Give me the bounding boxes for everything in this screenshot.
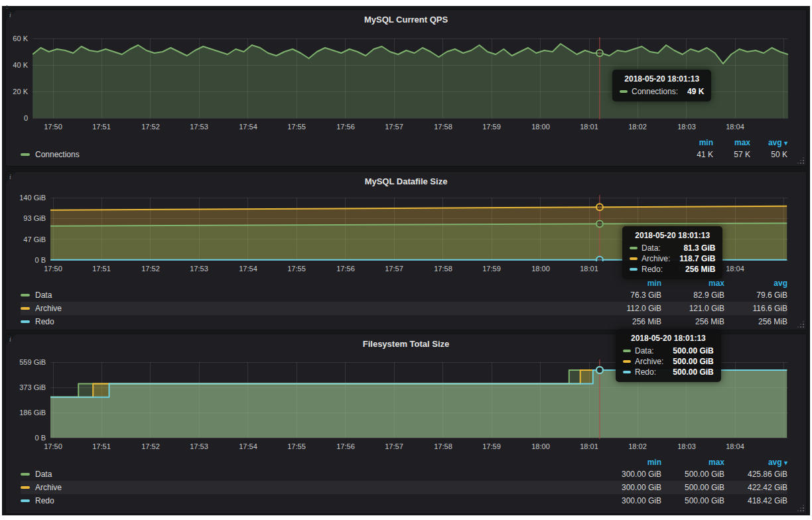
panel-title[interactable]: MySQL Datafile Size bbox=[6, 176, 806, 186]
legend-series-toggle[interactable]: Archive bbox=[21, 483, 598, 492]
tooltip-row: Data: 81.3 GiB bbox=[630, 243, 715, 253]
legend-series-toggle[interactable]: Redo bbox=[21, 496, 598, 505]
x-tick-label: 17:57 bbox=[385, 265, 403, 273]
x-tick-label: 18:00 bbox=[531, 265, 550, 273]
tooltip-series-label: Connections: bbox=[632, 87, 678, 96]
x-tick-label: 18:00 bbox=[531, 123, 550, 131]
panel-resize-handle[interactable] bbox=[803, 510, 804, 511]
legend-series-toggle[interactable]: Data bbox=[21, 291, 598, 300]
x-tick-label: 17:55 bbox=[287, 123, 306, 131]
legend-row: Connections 41 K 57 K 50 K bbox=[21, 148, 787, 161]
x-tick-label: 17:57 bbox=[385, 123, 403, 131]
series-color-swatch bbox=[623, 350, 631, 352]
x-tick-label: 17:59 bbox=[482, 442, 501, 450]
legend-avg-value: 418.42 GiB bbox=[724, 496, 787, 505]
tooltip-series-label: Archive: bbox=[642, 254, 670, 263]
tooltip-row: Redo: 500.00 GiB bbox=[623, 367, 714, 377]
x-tick-label: 17:54 bbox=[239, 442, 257, 450]
legend-series-toggle[interactable]: Connections bbox=[21, 150, 676, 159]
legend-sort-avg[interactable]: avg ▾ bbox=[724, 458, 787, 467]
series-color-swatch bbox=[21, 473, 30, 476]
legend-min-value: 112.0 GiB bbox=[598, 304, 661, 313]
x-tick-label: 17:54 bbox=[239, 123, 257, 131]
x-tick-label: 17:52 bbox=[141, 265, 160, 273]
y-tick-label: 0 B bbox=[6, 432, 46, 443]
y-axis: 140 GiB93 GiB47 GiB0 B bbox=[6, 195, 46, 261]
x-tick-label: 17:53 bbox=[190, 265, 208, 273]
x-tick-label: 17:51 bbox=[92, 265, 111, 273]
series-color-swatch bbox=[630, 247, 638, 249]
x-tick-label: 17:58 bbox=[434, 123, 452, 131]
tooltip-series-value: 81.3 GiB bbox=[674, 243, 715, 253]
panel-resize-handle[interactable] bbox=[803, 326, 804, 328]
chart-tooltip: 2018-05-20 18:01:13 Data: 81.3 GiB Archi… bbox=[622, 226, 722, 279]
legend: min max avg Data 76.3 GiB 82.9 GiB 79.6 … bbox=[21, 277, 787, 328]
x-tick-label: 18:01 bbox=[580, 442, 598, 450]
legend-max-value: 500.00 GiB bbox=[661, 470, 724, 479]
x-tick-label: 17:54 bbox=[239, 265, 257, 273]
legend-max-value: 256 MiB bbox=[661, 317, 724, 326]
hover-point-marker bbox=[596, 220, 603, 227]
tooltip-series-label: Redo: bbox=[642, 265, 663, 274]
panel-title[interactable]: MySQL Current QPS bbox=[6, 15, 806, 25]
series-color-swatch bbox=[21, 307, 30, 310]
tooltip-series-label: Redo: bbox=[635, 367, 656, 377]
legend-sort-avg[interactable]: avg bbox=[724, 279, 787, 288]
hover-point-marker bbox=[596, 367, 603, 373]
tooltip-row: Archive: 500.00 GiB bbox=[623, 357, 714, 366]
series-color-swatch bbox=[623, 371, 631, 373]
x-tick-label: 17:58 bbox=[434, 442, 452, 450]
chart-tooltip: 2018-05-20 18:01:13 Connections: 49 K bbox=[612, 70, 711, 101]
x-tick-label: 17:59 bbox=[482, 265, 501, 273]
series-color-swatch bbox=[630, 268, 638, 271]
legend-max-value: 57 K bbox=[713, 150, 750, 159]
legend-sort-avg[interactable]: avg ▾ bbox=[750, 138, 787, 147]
x-tick-label: 17:57 bbox=[385, 442, 403, 450]
grafana-dashboard: ⋮ i MySQL Current QPS 60 K40 K20 K0 17:5… bbox=[2, 6, 810, 515]
x-tick-label: 18:02 bbox=[628, 123, 647, 131]
chart-tooltip: 2018-05-20 18:01:13 Data: 500.00 GiB Arc… bbox=[616, 329, 721, 382]
legend: min max avg ▾ Data 300.00 GiB 500.00 GiB… bbox=[21, 456, 787, 507]
x-tick-label: 17:55 bbox=[287, 442, 306, 450]
legend-sort-max[interactable]: max bbox=[661, 458, 724, 467]
legend-sort-min[interactable]: min bbox=[598, 458, 661, 467]
tooltip-series-label: Data: bbox=[635, 346, 654, 356]
legend-sort-max[interactable]: max bbox=[661, 279, 724, 288]
tooltip-row: Archive: 118.7 GiB bbox=[630, 254, 715, 263]
tooltip-series-value: 256 MiB bbox=[676, 265, 715, 274]
x-tick-label: 18:03 bbox=[677, 442, 696, 450]
legend-series-toggle[interactable]: Data bbox=[21, 470, 598, 479]
x-axis: 17:5017:5117:5217:5317:5417:5517:5617:57… bbox=[50, 442, 788, 453]
legend-min-value: 256 MiB bbox=[598, 317, 661, 326]
legend-sort-min[interactable]: min bbox=[598, 279, 661, 288]
tooltip-series-value: 49 K bbox=[678, 87, 704, 96]
tooltip-timestamp: 2018-05-20 18:01:13 bbox=[630, 231, 715, 240]
legend-row: Data 300.00 GiB 500.00 GiB 425.86 GiB bbox=[21, 468, 787, 481]
legend-series-toggle[interactable]: Archive bbox=[21, 304, 598, 313]
tooltip-row: Redo: 256 MiB bbox=[630, 265, 715, 274]
legend-sort-max[interactable]: max bbox=[713, 138, 750, 147]
tooltip-row: Connections: 49 K bbox=[620, 87, 704, 96]
x-tick-label: 17:50 bbox=[44, 265, 62, 273]
x-tick-label: 17:56 bbox=[336, 123, 355, 131]
legend-row: Redo 256 MiB 256 MiB 256 MiB bbox=[21, 315, 787, 328]
y-tick-label: 559 GiB bbox=[6, 357, 46, 367]
x-tick-label: 18:04 bbox=[726, 123, 744, 131]
tooltip-series-value: 118.7 GiB bbox=[670, 254, 715, 263]
legend-series-toggle[interactable]: Redo bbox=[21, 317, 598, 326]
legend-header: min max avg ▾ bbox=[21, 456, 787, 468]
series-color-swatch bbox=[21, 486, 30, 489]
legend-avg-value: 425.86 GiB bbox=[724, 470, 787, 479]
legend-sort-min[interactable]: min bbox=[676, 138, 713, 147]
tooltip-series-value: 500.00 GiB bbox=[663, 346, 713, 356]
tooltip-series-value: 500.00 GiB bbox=[663, 357, 713, 366]
legend-row: Data 76.3 GiB 82.9 GiB 79.6 GiB bbox=[21, 289, 787, 302]
panel-resize-handle[interactable] bbox=[803, 162, 804, 164]
x-tick-label: 18:01 bbox=[580, 265, 598, 273]
x-tick-label: 17:50 bbox=[44, 123, 62, 131]
tooltip-timestamp: 2018-05-20 18:01:13 bbox=[623, 334, 714, 343]
legend-avg-value: 79.6 GiB bbox=[724, 291, 787, 300]
legend-row: Archive 300.00 GiB 500.00 GiB 422.42 GiB bbox=[21, 481, 787, 494]
x-tick-label: 17:53 bbox=[190, 123, 208, 131]
x-tick-label: 17:52 bbox=[141, 442, 160, 450]
